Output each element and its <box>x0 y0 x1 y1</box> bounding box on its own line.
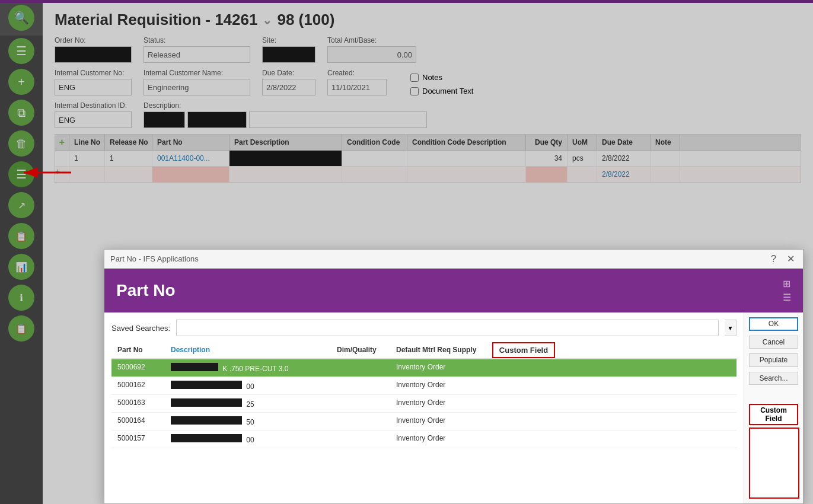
cell-description: 25 <box>165 395 331 412</box>
custom-field-header-container: Custom Field <box>485 342 562 358</box>
search-button[interactable]: Search... <box>749 372 798 385</box>
cell-part-no: 5000163 <box>111 395 165 412</box>
list-item[interactable]: 5000164 50 Inventory Order <box>111 413 737 430</box>
modal-header-title: Part No <box>116 281 176 300</box>
ok-button[interactable]: OK <box>749 317 798 331</box>
cell-supply: Inventory Order <box>390 395 485 412</box>
cell-custom <box>485 377 562 394</box>
custom-field-box[interactable] <box>749 428 799 499</box>
cell-supply: Inventory Order <box>390 413 485 430</box>
list-item[interactable]: 5000162 00 Inventory Order <box>111 377 737 395</box>
cell-description: 50 <box>165 413 331 430</box>
modal-titlebar-actions: ? ✕ <box>769 253 797 264</box>
cell-description: 00 <box>165 377 331 394</box>
modal-col-part-no[interactable]: Part No <box>111 342 165 358</box>
cell-custom <box>485 430 562 448</box>
cell-dim-quality <box>331 430 390 448</box>
cancel-button[interactable]: Cancel <box>749 336 798 349</box>
cell-description: 00 <box>165 430 331 448</box>
grid-view-icon[interactable]: ⊞ <box>783 278 791 289</box>
custom-field-header: Custom Field <box>492 342 555 358</box>
custom-field-box-label: Custom Field <box>749 404 798 425</box>
list-view-icon[interactable]: ☰ <box>783 292 791 303</box>
cell-supply: Inventory Order <box>390 359 485 377</box>
modal-action-panel: OK Cancel Populate Search... Custom Fiel… <box>744 312 803 503</box>
saved-searches-row: Saved Searches: ▼ <box>111 320 737 336</box>
modal-title: Part No - IFS Applications <box>110 254 199 263</box>
cell-dim-quality <box>331 359 390 377</box>
modal-close-button[interactable]: ✕ <box>785 253 797 264</box>
cell-custom <box>485 413 562 430</box>
cell-part-no: 5000164 <box>111 413 165 430</box>
modal-header-icons: ⊞ ☰ <box>783 278 791 303</box>
modal-help-button[interactable]: ? <box>769 254 779 264</box>
modal-header: Part No ⊞ ☰ <box>104 269 803 312</box>
saved-searches-input[interactable] <box>176 320 719 336</box>
list-item[interactable]: 5000163 25 Inventory Order <box>111 395 737 413</box>
cell-part-no: 5000692 <box>111 359 165 377</box>
modal-col-description[interactable]: Description <box>165 342 331 358</box>
cell-description: K .750 PRE-CUT 3.0 <box>165 359 331 377</box>
cell-part-no: 5000157 <box>111 430 165 448</box>
cell-supply: Inventory Order <box>390 377 485 394</box>
populate-button[interactable]: Populate <box>749 353 798 366</box>
cell-dim-quality <box>331 413 390 430</box>
list-item[interactable]: 5000157 00 Inventory Order <box>111 430 737 448</box>
cell-dim-quality <box>331 377 390 394</box>
list-item[interactable]: 5000692 K .750 PRE-CUT 3.0 Inventory Ord… <box>111 359 737 377</box>
modal-titlebar: Part No - IFS Applications ? ✕ <box>104 250 803 269</box>
modal-body-wrapper: Saved Searches: ▼ Part No Description Di… <box>104 312 803 503</box>
custom-field-area: Custom Field <box>749 404 798 499</box>
cell-dim-quality <box>331 395 390 412</box>
cell-supply: Inventory Order <box>390 430 485 448</box>
modal-col-supply[interactable]: Default Mtrl Req Supply <box>390 342 485 358</box>
cell-custom <box>485 359 562 377</box>
modal-dialog: Part No - IFS Applications ? ✕ Part No ⊞… <box>104 249 804 504</box>
modal-table: Part No Description Dim/Quality Default … <box>111 342 737 496</box>
saved-searches-dropdown[interactable]: ▼ <box>725 320 737 336</box>
modal-body: Saved Searches: ▼ Part No Description Di… <box>104 312 744 503</box>
cell-custom <box>485 395 562 412</box>
modal-table-header: Part No Description Dim/Quality Default … <box>111 342 737 359</box>
modal-table-body: 5000692 K .750 PRE-CUT 3.0 Inventory Ord… <box>111 359 737 496</box>
saved-searches-label: Saved Searches: <box>111 324 170 333</box>
cell-part-no: 5000162 <box>111 377 165 394</box>
modal-col-dim-quality[interactable]: Dim/Quality <box>331 342 390 358</box>
